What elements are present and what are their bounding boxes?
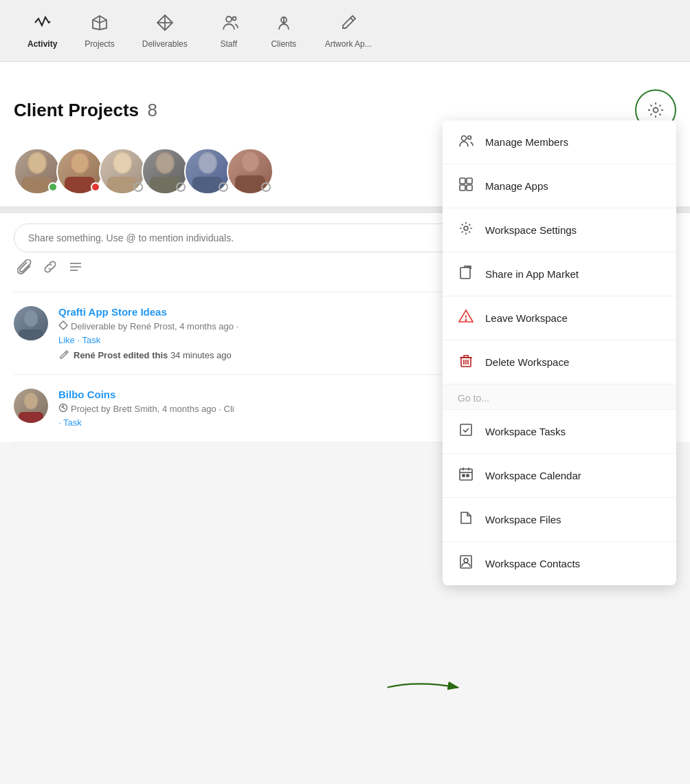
- svg-point-44: [464, 226, 468, 230]
- dropdown-workspace-calendar[interactable]: Workspace Calendar: [443, 454, 676, 498]
- tasks-icon: [458, 422, 474, 441]
- svg-point-62: [464, 558, 468, 563]
- warning-icon: [458, 309, 474, 327]
- dropdown-workspace-tasks[interactable]: Workspace Tasks: [443, 410, 676, 454]
- nav-item-projects[interactable]: Projects: [71, 6, 128, 56]
- svg-point-26: [242, 152, 258, 171]
- page-title-count: 8: [148, 100, 157, 120]
- feed-meta-icon-2: [58, 403, 68, 415]
- workspace-calendar-label: Workspace Calendar: [485, 470, 581, 481]
- top-navigation: Activity Projects Deliverables: [0, 0, 690, 62]
- clients-icon: [274, 13, 293, 35]
- svg-rect-54: [460, 424, 471, 435]
- svg-point-3: [226, 17, 232, 22]
- delete-workspace-label: Delete Workspace: [485, 356, 569, 368]
- svg-rect-41: [467, 178, 472, 184]
- nav-label-artwork: Artwork Ap...: [325, 39, 372, 49]
- feed-avatar-2: [14, 389, 48, 423]
- svg-rect-40: [460, 178, 465, 184]
- format-icon[interactable]: [68, 259, 83, 278]
- nav-item-activity[interactable]: Activity: [14, 6, 71, 56]
- svg-rect-31: [19, 329, 43, 340]
- leave-workspace-label: Leave Workspace: [485, 312, 568, 324]
- workspace-tasks-label: Workspace Tasks: [485, 426, 566, 437]
- svg-marker-32: [59, 321, 67, 329]
- contacts-icon: [458, 554, 474, 573]
- staff-icon: [219, 13, 238, 35]
- page-title: Client Projects: [14, 100, 139, 120]
- svg-rect-55: [460, 469, 472, 480]
- avatar-1[interactable]: [14, 148, 62, 196]
- svg-point-8: [654, 108, 658, 113]
- svg-point-11: [29, 153, 45, 173]
- manage-apps-label: Manage Apps: [485, 180, 548, 192]
- svg-rect-43: [467, 185, 472, 190]
- attachment-icon[interactable]: [17, 259, 32, 278]
- dropdown-workspace-contacts[interactable]: Workspace Contacts: [443, 542, 676, 585]
- dropdown-manage-members[interactable]: Manage Members: [443, 120, 676, 164]
- svg-line-7: [350, 18, 353, 21]
- nav-label-deliverables: Deliverables: [142, 39, 188, 49]
- activity-icon: [33, 13, 52, 35]
- workspace-settings-label: Workspace Settings: [485, 224, 577, 236]
- svg-point-39: [468, 136, 471, 140]
- dropdown-menu: Manage Members Manage Apps Workspace Set…: [443, 120, 676, 585]
- feed-meta-icon-1: [58, 320, 68, 332]
- dropdown-manage-apps[interactable]: Manage Apps: [443, 164, 676, 208]
- nav-item-clients[interactable]: Clients: [256, 6, 311, 56]
- feed-meta-text-1: Deliverable by René Prost, 4 months ago …: [71, 321, 238, 331]
- avatar-status-6: [261, 182, 271, 192]
- link-icon[interactable]: [43, 259, 58, 278]
- dropdown-workspace-settings[interactable]: Workspace Settings: [443, 208, 676, 252]
- svg-rect-59: [463, 475, 465, 477]
- share-icon: [458, 265, 474, 283]
- svg-point-48: [465, 320, 467, 321]
- nav-label-staff: Staff: [221, 39, 237, 49]
- svg-rect-60: [467, 475, 469, 477]
- svg-line-33: [65, 352, 67, 353]
- workspace-files-label: Workspace Files: [485, 514, 561, 525]
- feed-meta-text-2: Project by Brett Smith, 4 months ago · C…: [71, 404, 234, 414]
- svg-point-23: [199, 153, 216, 173]
- files-icon: [458, 510, 474, 529]
- avatar-5[interactable]: [184, 148, 232, 196]
- settings-icon: [458, 221, 474, 239]
- nav-item-deliverables[interactable]: Deliverables: [129, 6, 201, 56]
- nav-label-clients: Clients: [271, 39, 296, 49]
- nav-label-activity: Activity: [27, 39, 57, 49]
- workspace-contacts-label: Workspace Contacts: [485, 558, 580, 569]
- trash-icon: [458, 353, 474, 371]
- avatar-3[interactable]: [99, 148, 147, 196]
- deliverables-icon: [155, 13, 175, 35]
- avatar-4[interactable]: [142, 148, 190, 196]
- svg-point-17: [114, 153, 131, 173]
- svg-point-34: [24, 393, 38, 409]
- svg-point-20: [157, 153, 173, 173]
- svg-point-14: [71, 153, 88, 173]
- avatar-6[interactable]: [227, 148, 275, 196]
- nav-item-artwork[interactable]: Artwork Ap...: [311, 6, 386, 56]
- page-title-area: Client Projects 8: [14, 100, 157, 121]
- svg-rect-45: [460, 268, 470, 279]
- svg-point-30: [24, 310, 38, 327]
- arrow-indicator: [381, 674, 464, 704]
- svg-rect-42: [460, 185, 465, 190]
- dropdown-share-app-market[interactable]: Share in App Market: [443, 252, 676, 296]
- nav-item-staff[interactable]: Staff: [201, 6, 256, 56]
- feed-edit-text-1: René Prost edited this 34 minutes ago: [74, 350, 232, 360]
- feed-avatar-1: [14, 306, 48, 340]
- apps-icon: [458, 177, 474, 195]
- avatar-2[interactable]: [56, 148, 104, 196]
- members-icon: [458, 133, 474, 151]
- goto-section-label: Go to...: [443, 384, 676, 410]
- dropdown-delete-workspace[interactable]: Delete Workspace: [443, 340, 676, 384]
- share-app-market-label: Share in App Market: [485, 268, 579, 280]
- calendar-icon: [458, 466, 474, 485]
- nav-label-projects: Projects: [85, 39, 114, 49]
- svg-point-38: [462, 136, 467, 141]
- manage-members-label: Manage Members: [485, 136, 568, 148]
- dropdown-leave-workspace[interactable]: Leave Workspace: [443, 296, 676, 340]
- svg-rect-35: [19, 412, 43, 423]
- svg-point-6: [283, 22, 285, 23]
- dropdown-workspace-files[interactable]: Workspace Files: [443, 498, 676, 542]
